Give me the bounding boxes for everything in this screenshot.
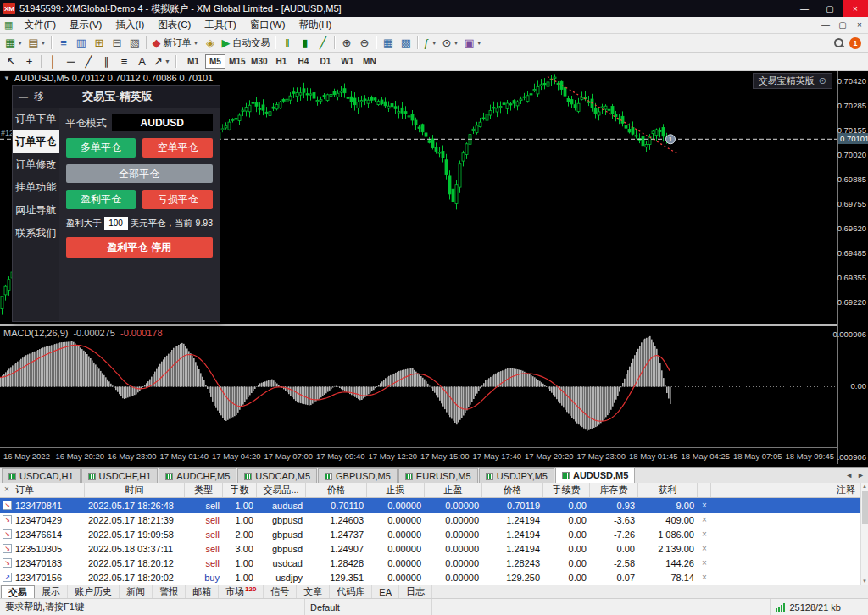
chart-bars-button[interactable]: ‖ xyxy=(278,35,296,51)
data-window-button[interactable]: ▥ xyxy=(72,35,90,51)
ea-overlay-badge[interactable]: 交易宝精英版 ⊙ xyxy=(753,73,832,89)
timeframe-button-m1[interactable]: M1 xyxy=(183,54,203,69)
terminal-button[interactable]: ⊟ xyxy=(108,35,125,51)
price-axis[interactable]: 0.704200.702850.701550.700200.698850.697… xyxy=(837,71,868,464)
chart-restore-icon[interactable]: ▢ xyxy=(834,20,851,30)
chart-tab[interactable]: USDCHF,H1 xyxy=(81,468,159,483)
terminal-tab-代码库[interactable]: 代码库 xyxy=(330,585,372,598)
chart-tab[interactable]: USDJPY,M5 xyxy=(479,468,554,483)
terminal-row[interactable]: ↘1235103052022.05.18 03:37:11sell3.00gbp… xyxy=(0,541,868,556)
column-header[interactable]: 获利 xyxy=(638,483,698,497)
terminal-row[interactable]: ↘1234701832022.05.17 18:20:12sell1.00usd… xyxy=(0,556,868,570)
terminal-tab-文章[interactable]: 文章 xyxy=(297,585,330,598)
close-position-icon[interactable]: × xyxy=(698,558,711,568)
terminal-tab-警报[interactable]: 警报 xyxy=(153,585,186,598)
terminal-tab-新闻[interactable]: 新闻 xyxy=(120,585,153,598)
arrows-button[interactable]: ↗▼ xyxy=(151,53,173,69)
column-header[interactable] xyxy=(698,483,711,497)
ea-minimize-icon[interactable]: — xyxy=(19,91,28,102)
tile-windows-button[interactable]: ▦ xyxy=(379,35,397,51)
ea-panel-titlebar[interactable]: — 移 交易宝-精英版 xyxy=(13,86,220,108)
tabs-scroll-left-icon[interactable]: ◄ xyxy=(845,471,853,479)
chart-tab[interactable]: AUDCHF,M5 xyxy=(159,468,236,483)
menu-item[interactable]: 工具(T) xyxy=(198,17,243,33)
time-axis[interactable]: 16 May 202216 May 20:2016 May 23:0017 Ma… xyxy=(0,447,837,464)
ea-menu-item[interactable]: 订单下单 xyxy=(13,108,59,130)
timeframe-button-w1[interactable]: W1 xyxy=(337,54,358,69)
terminal-tab-日志[interactable]: 日志 xyxy=(399,585,432,598)
terminal-row[interactable]: ↘1234766142022.05.17 19:09:58sell2.00gbp… xyxy=(0,527,868,541)
scroll-down-icon[interactable]: ▼ xyxy=(862,579,867,584)
close-profit-button[interactable]: 盈利平仓 xyxy=(66,190,136,209)
ea-move-handle[interactable]: 移 xyxy=(34,90,44,104)
close-long-button[interactable]: 多单平仓 xyxy=(66,138,136,158)
column-header[interactable]: 交易品... xyxy=(257,483,306,497)
trendline-button[interactable]: ╱ xyxy=(80,53,97,69)
chart-tab[interactable]: EURUSD,M5 xyxy=(398,468,478,483)
text-button[interactable]: A xyxy=(133,53,151,69)
chart-tab[interactable]: GBPUSD,M5 xyxy=(318,468,398,483)
close-position-icon[interactable]: × xyxy=(698,529,711,539)
cursor-button[interactable]: ↖ xyxy=(3,53,20,69)
terminal-close-icon[interactable]: × xyxy=(2,485,12,494)
periods-button[interactable]: ⊙▼ xyxy=(440,35,462,51)
chart-tab[interactable]: USDCAD,H1 xyxy=(2,468,81,483)
timeframe-button-h4[interactable]: H4 xyxy=(293,54,314,69)
terminal-tab-邮箱[interactable]: 邮箱 xyxy=(186,585,219,598)
templates-button[interactable]: ▣▼ xyxy=(461,35,484,51)
cascade-windows-button[interactable]: ▩ xyxy=(397,35,415,51)
profit-threshold-input[interactable] xyxy=(104,217,128,230)
macd-indicator-chart[interactable] xyxy=(0,326,837,447)
menu-item[interactable]: 图表(C) xyxy=(151,17,198,33)
timeframe-button-m15[interactable]: M15 xyxy=(227,54,248,69)
terminal-tab-交易[interactable]: 交易 xyxy=(1,585,35,598)
close-loss-button[interactable]: 亏损平仓 xyxy=(142,190,213,209)
column-header[interactable]: 时间 xyxy=(85,483,185,497)
terminal-row[interactable]: ↗1234701562022.05.17 18:20:02buy1.00usdj… xyxy=(0,570,868,585)
menu-item[interactable]: 插入(I) xyxy=(108,17,151,33)
close-position-icon[interactable]: × xyxy=(698,501,711,510)
close-position-icon[interactable]: × xyxy=(698,573,711,582)
terminal-tab-EA[interactable]: EA xyxy=(372,585,399,598)
close-all-button[interactable]: 全部平仓 xyxy=(66,164,213,183)
terminal-tab-信号[interactable]: 信号 xyxy=(264,585,297,598)
tabs-scroll-right-icon[interactable]: ► xyxy=(857,471,865,479)
column-header[interactable]: 手续费 xyxy=(543,483,590,497)
ea-menu-item[interactable]: 联系我们 xyxy=(13,222,59,245)
new-order-button[interactable]: ◆新订单▼ xyxy=(149,35,201,51)
scrollbar-thumb[interactable] xyxy=(862,491,868,524)
navigator-button[interactable]: ⊞ xyxy=(90,35,108,51)
fibonacci-button[interactable]: ≡ xyxy=(115,53,133,69)
status-profile[interactable]: Default xyxy=(305,599,432,615)
chart-close-icon[interactable]: × xyxy=(851,20,868,30)
menu-item[interactable]: 显示(V) xyxy=(63,17,108,33)
menu-item[interactable]: 文件(F) xyxy=(17,17,63,33)
chart-context-arrow-icon[interactable]: ▼ xyxy=(3,75,10,82)
channel-button[interactable]: ∥ xyxy=(97,53,115,69)
timeframe-button-m5[interactable]: M5 xyxy=(205,54,225,69)
crosshair-button[interactable]: + xyxy=(20,53,38,69)
column-header[interactable]: 订单 xyxy=(0,483,85,497)
horizontal-line-button[interactable]: ─ xyxy=(62,53,80,69)
menu-item[interactable]: 窗口(W) xyxy=(243,17,292,33)
chart-tab[interactable]: AUDUSD,M5 xyxy=(555,467,635,483)
autotrading-button[interactable]: ▶自动交易 xyxy=(219,35,272,51)
column-header[interactable]: 止盈 xyxy=(425,483,482,497)
chart-window[interactable]: 1#12 ▼ AUDUSD,M5 0.70112 0.70112 0.70086… xyxy=(0,71,868,467)
terminal-tab-展示[interactable]: 展示 xyxy=(35,585,68,598)
column-header[interactable]: 注释 xyxy=(711,483,860,497)
chart-tab[interactable]: USDCAD,M5 xyxy=(237,468,317,483)
column-header[interactable]: 价格 xyxy=(482,483,543,497)
terminal-row[interactable]: ↘1234708412022.05.17 18:26:48sell1.00aud… xyxy=(0,498,868,512)
scroll-up-icon[interactable]: ▲ xyxy=(862,484,867,489)
chart-minimize-icon[interactable]: — xyxy=(817,20,834,30)
column-header[interactable]: 手数 xyxy=(223,483,257,497)
window-restore-icon[interactable]: ▢ xyxy=(817,0,843,17)
market-watch-button[interactable]: ≡ xyxy=(54,35,72,51)
terminal-tab-市场[interactable]: 市场120 xyxy=(219,585,264,598)
metaeditor-button[interactable]: ◈ xyxy=(201,35,219,51)
close-position-icon[interactable]: × xyxy=(698,544,711,553)
ea-menu-item[interactable]: 挂单功能 xyxy=(13,176,59,199)
ea-menu-item[interactable]: 订单平仓 xyxy=(13,130,59,153)
profit-close-toggle-button[interactable]: 盈利平仓 停用 xyxy=(66,237,213,258)
